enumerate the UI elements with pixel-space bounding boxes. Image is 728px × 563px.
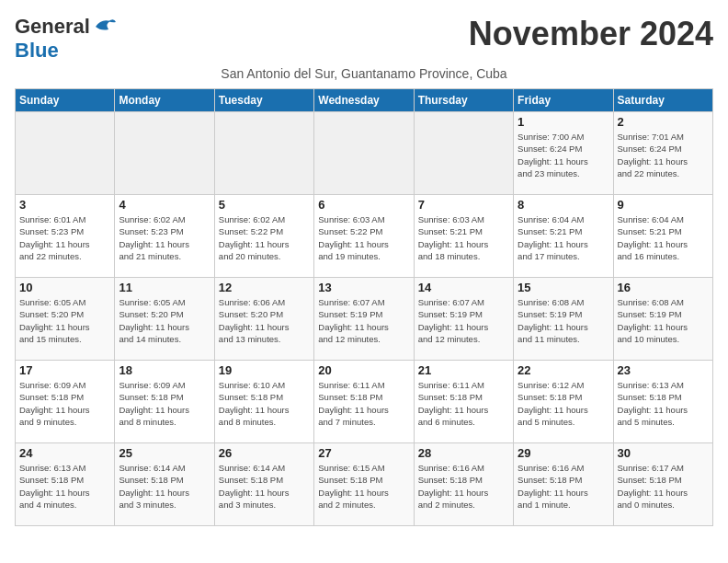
day-info-16: Sunrise: 6:08 AM Sunset: 5:19 PM Dayligh… [618, 296, 709, 345]
day-cell-23: 23Sunrise: 6:13 AM Sunset: 5:18 PM Dayli… [613, 361, 712, 443]
day-cell-9: 9Sunrise: 6:04 AM Sunset: 5:21 PM Daylig… [613, 195, 712, 278]
page-header: General Blue November 2024 [15, 15, 713, 63]
day-cell-25: 25Sunrise: 6:14 AM Sunset: 5:18 PM Dayli… [115, 443, 214, 526]
day-number-29: 29 [518, 446, 609, 460]
day-info-17: Sunrise: 6:09 AM Sunset: 5:18 PM Dayligh… [19, 379, 110, 428]
logo: General Blue [15, 15, 118, 63]
day-number-14: 14 [418, 281, 509, 294]
day-cell-27: 27Sunrise: 6:15 AM Sunset: 5:18 PM Dayli… [314, 443, 414, 526]
day-number-4: 4 [119, 198, 210, 212]
day-cell-1: 1Sunrise: 7:00 AM Sunset: 6:24 PM Daylig… [514, 112, 613, 195]
logo-bird-icon [92, 17, 118, 37]
week-row-3: 10Sunrise: 6:05 AM Sunset: 5:20 PM Dayli… [16, 278, 713, 361]
day-cell-7: 7Sunrise: 6:03 AM Sunset: 5:21 PM Daylig… [414, 195, 513, 278]
day-number-30: 30 [618, 446, 709, 460]
day-number-23: 23 [618, 363, 709, 377]
day-number-6: 6 [318, 198, 409, 212]
day-info-14: Sunrise: 6:07 AM Sunset: 5:19 PM Dayligh… [418, 296, 509, 345]
empty-cell [414, 112, 513, 195]
day-info-6: Sunrise: 6:03 AM Sunset: 5:22 PM Dayligh… [318, 213, 409, 262]
day-number-11: 11 [119, 281, 210, 294]
day-cell-13: 13Sunrise: 6:07 AM Sunset: 5:19 PM Dayli… [314, 278, 414, 361]
day-number-15: 15 [518, 281, 609, 294]
day-info-20: Sunrise: 6:11 AM Sunset: 5:18 PM Dayligh… [318, 379, 409, 428]
day-number-16: 16 [618, 281, 709, 294]
empty-cell [314, 112, 414, 195]
day-cell-8: 8Sunrise: 6:04 AM Sunset: 5:21 PM Daylig… [514, 195, 613, 278]
calendar-body: 1Sunrise: 7:00 AM Sunset: 6:24 PM Daylig… [16, 112, 713, 526]
day-cell-30: 30Sunrise: 6:17 AM Sunset: 5:18 PM Dayli… [613, 443, 712, 526]
day-cell-16: 16Sunrise: 6:08 AM Sunset: 5:19 PM Dayli… [613, 278, 712, 361]
day-number-13: 13 [318, 281, 409, 294]
day-info-19: Sunrise: 6:10 AM Sunset: 5:18 PM Dayligh… [219, 379, 310, 428]
header-row: SundayMondayTuesdayWednesdayThursdayFrid… [16, 89, 713, 112]
day-cell-20: 20Sunrise: 6:11 AM Sunset: 5:18 PM Dayli… [314, 361, 414, 443]
day-info-9: Sunrise: 6:04 AM Sunset: 5:21 PM Dayligh… [618, 213, 709, 262]
day-info-5: Sunrise: 6:02 AM Sunset: 5:22 PM Dayligh… [219, 213, 310, 262]
day-info-28: Sunrise: 6:16 AM Sunset: 5:18 PM Dayligh… [418, 462, 509, 511]
day-number-22: 22 [518, 363, 609, 377]
day-info-23: Sunrise: 6:13 AM Sunset: 5:18 PM Dayligh… [618, 379, 709, 428]
day-info-22: Sunrise: 6:12 AM Sunset: 5:18 PM Dayligh… [518, 379, 609, 428]
header-wednesday: Wednesday [314, 89, 414, 112]
day-number-20: 20 [318, 363, 409, 377]
header-monday: Monday [115, 89, 214, 112]
day-number-28: 28 [418, 446, 509, 460]
day-number-8: 8 [518, 198, 609, 212]
day-number-12: 12 [219, 281, 310, 294]
day-cell-18: 18Sunrise: 6:09 AM Sunset: 5:18 PM Dayli… [115, 361, 214, 443]
day-cell-26: 26Sunrise: 6:14 AM Sunset: 5:18 PM Dayli… [214, 443, 313, 526]
day-info-15: Sunrise: 6:08 AM Sunset: 5:19 PM Dayligh… [518, 296, 609, 345]
day-info-8: Sunrise: 6:04 AM Sunset: 5:21 PM Dayligh… [518, 213, 609, 262]
day-info-2: Sunrise: 7:01 AM Sunset: 6:24 PM Dayligh… [618, 131, 709, 179]
day-info-18: Sunrise: 6:09 AM Sunset: 5:18 PM Dayligh… [119, 379, 210, 428]
day-number-27: 27 [318, 446, 409, 460]
subtitle: San Antonio del Sur, Guantanamo Province… [15, 66, 713, 81]
day-cell-19: 19Sunrise: 6:10 AM Sunset: 5:18 PM Dayli… [214, 361, 313, 443]
day-number-10: 10 [19, 281, 110, 294]
header-friday: Friday [514, 89, 613, 112]
day-cell-6: 6Sunrise: 6:03 AM Sunset: 5:22 PM Daylig… [314, 195, 414, 278]
day-cell-22: 22Sunrise: 6:12 AM Sunset: 5:18 PM Dayli… [514, 361, 613, 443]
week-row-2: 3Sunrise: 6:01 AM Sunset: 5:23 PM Daylig… [16, 195, 713, 278]
day-info-26: Sunrise: 6:14 AM Sunset: 5:18 PM Dayligh… [219, 462, 310, 511]
empty-cell [115, 112, 214, 195]
day-cell-3: 3Sunrise: 6:01 AM Sunset: 5:23 PM Daylig… [16, 195, 115, 278]
day-info-29: Sunrise: 6:16 AM Sunset: 5:18 PM Dayligh… [518, 462, 609, 511]
day-info-27: Sunrise: 6:15 AM Sunset: 5:18 PM Dayligh… [318, 462, 409, 511]
day-cell-21: 21Sunrise: 6:11 AM Sunset: 5:18 PM Dayli… [414, 361, 513, 443]
day-info-10: Sunrise: 6:05 AM Sunset: 5:20 PM Dayligh… [19, 296, 110, 345]
day-cell-17: 17Sunrise: 6:09 AM Sunset: 5:18 PM Dayli… [16, 361, 115, 443]
day-number-17: 17 [19, 363, 110, 377]
empty-cell [16, 112, 115, 195]
day-cell-5: 5Sunrise: 6:02 AM Sunset: 5:22 PM Daylig… [214, 195, 313, 278]
day-number-5: 5 [219, 198, 310, 212]
day-info-12: Sunrise: 6:06 AM Sunset: 5:20 PM Dayligh… [219, 296, 310, 345]
day-number-3: 3 [19, 198, 110, 212]
day-number-21: 21 [418, 363, 509, 377]
day-info-24: Sunrise: 6:13 AM Sunset: 5:18 PM Dayligh… [19, 462, 110, 511]
calendar-header: SundayMondayTuesdayWednesdayThursdayFrid… [16, 89, 713, 112]
day-cell-24: 24Sunrise: 6:13 AM Sunset: 5:18 PM Dayli… [16, 443, 115, 526]
day-cell-28: 28Sunrise: 6:16 AM Sunset: 5:18 PM Dayli… [414, 443, 513, 526]
month-title: November 2024 [469, 15, 713, 53]
day-info-3: Sunrise: 6:01 AM Sunset: 5:23 PM Dayligh… [19, 213, 110, 262]
day-number-25: 25 [119, 446, 210, 460]
day-info-7: Sunrise: 6:03 AM Sunset: 5:21 PM Dayligh… [418, 213, 509, 262]
day-info-11: Sunrise: 6:05 AM Sunset: 5:20 PM Dayligh… [119, 296, 210, 345]
header-thursday: Thursday [414, 89, 513, 112]
day-number-18: 18 [119, 363, 210, 377]
day-number-19: 19 [219, 363, 310, 377]
day-info-1: Sunrise: 7:00 AM Sunset: 6:24 PM Dayligh… [518, 131, 609, 179]
day-cell-14: 14Sunrise: 6:07 AM Sunset: 5:19 PM Dayli… [414, 278, 513, 361]
day-info-21: Sunrise: 6:11 AM Sunset: 5:18 PM Dayligh… [418, 379, 509, 428]
day-info-4: Sunrise: 6:02 AM Sunset: 5:23 PM Dayligh… [119, 213, 210, 262]
day-cell-4: 4Sunrise: 6:02 AM Sunset: 5:23 PM Daylig… [115, 195, 214, 278]
day-cell-15: 15Sunrise: 6:08 AM Sunset: 5:19 PM Dayli… [514, 278, 613, 361]
week-row-4: 17Sunrise: 6:09 AM Sunset: 5:18 PM Dayli… [16, 361, 713, 443]
day-number-26: 26 [219, 446, 310, 460]
day-number-1: 1 [518, 115, 609, 129]
day-cell-11: 11Sunrise: 6:05 AM Sunset: 5:20 PM Dayli… [115, 278, 214, 361]
header-saturday: Saturday [613, 89, 712, 112]
header-sunday: Sunday [16, 89, 115, 112]
